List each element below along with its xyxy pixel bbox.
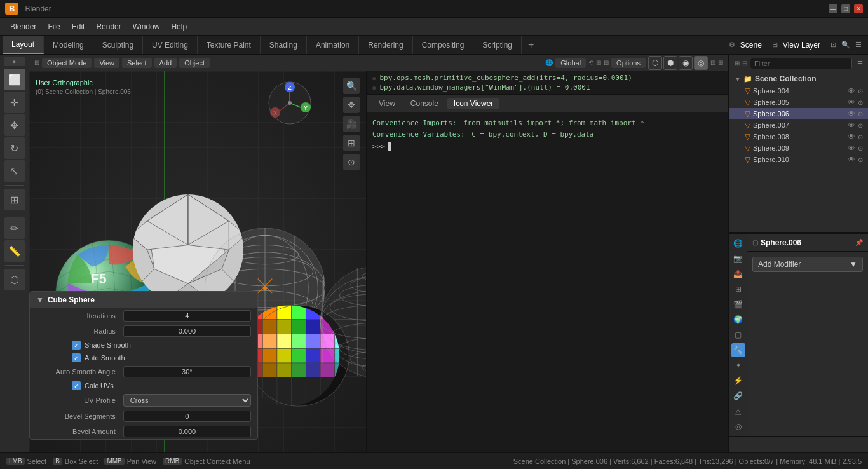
iterations-input[interactable] [123, 310, 251, 322]
add-menu-button[interactable]: Add [154, 58, 177, 68]
outliner-sphere-008[interactable]: ▽ Sphere.008 👁 ⊙ [729, 131, 868, 142]
bevel-amount-input[interactable] [123, 426, 251, 437]
scene-props-icon[interactable]: 🌐 [731, 236, 745, 250]
outliner-search[interactable] [750, 58, 852, 69]
world-props-icon[interactable]: 🌍 [731, 313, 745, 327]
calc-uvs-checkbox[interactable]: ✓ [72, 381, 81, 390]
close-button[interactable]: ✕ [854, 4, 863, 13]
scale-tool[interactable]: ⤡ [4, 160, 25, 182]
minimize-button[interactable]: — [829, 4, 837, 13]
render-icon[interactable]: ⊙ [858, 111, 863, 118]
add-cube-tool[interactable]: ⬡ [4, 269, 25, 290]
maximize-button[interactable]: □ [841, 4, 850, 13]
uv-profile-select[interactable]: Cross Cubic Spherical [123, 394, 251, 407]
select-menu-button[interactable]: Select [122, 58, 152, 68]
visibility-icon[interactable]: 👁 [848, 121, 855, 130]
render-icon[interactable]: ⊙ [858, 133, 863, 140]
menu-blender[interactable]: Blender [5, 20, 41, 33]
material-props-icon[interactable]: ◎ [731, 419, 745, 433]
radius-input[interactable] [123, 325, 251, 337]
tab-modeling[interactable]: Modeling [44, 36, 93, 54]
tab-shading[interactable]: Shading [261, 36, 307, 54]
add-workspace-button[interactable]: + [522, 36, 540, 54]
tab-sculpting[interactable]: Sculpting [93, 36, 143, 54]
object-menu-button[interactable]: Object [179, 58, 210, 68]
shade-smooth-checkbox[interactable]: ✓ [72, 341, 81, 350]
view-layer-props-icon[interactable]: ⊞ [731, 282, 745, 296]
physics-props-icon[interactable]: ⚡ [731, 374, 745, 388]
proportional-button[interactable]: ⊙ [343, 154, 360, 170]
annotate-tool[interactable]: ✏ [4, 217, 25, 239]
modifier-props-icon[interactable]: 🔧 [731, 343, 745, 357]
menu-render[interactable]: Render [91, 20, 126, 33]
menu-help[interactable]: Help [166, 20, 192, 33]
outliner-sphere-006[interactable]: ▽ Sphere.006 👁 ⊙ [729, 108, 868, 119]
scene-data-props-icon[interactable]: 🎬 [731, 297, 745, 311]
outliner-sphere-004[interactable]: ▽ Sphere.004 👁 ⊙ [729, 85, 868, 97]
scene-collection-item[interactable]: ▼ 📁 Scene Collection [729, 72, 868, 85]
cursor-tool[interactable]: ✛ [4, 92, 25, 113]
svg-rect-71 [262, 363, 277, 377]
visibility-icon[interactable]: 👁 [848, 86, 855, 95]
render-icon[interactable]: ⊙ [858, 145, 863, 152]
visibility-icon[interactable]: 👁 [848, 109, 855, 118]
props-pin-icon[interactable]: 📌 [855, 239, 863, 246]
object-props-icon[interactable]: ▢ [731, 328, 745, 342]
zoom-in-button[interactable]: 🔍 [343, 78, 360, 94]
object-data-props-icon[interactable]: △ [731, 404, 745, 418]
camera-button[interactable]: 🎥 [343, 116, 360, 132]
render-icon[interactable]: ⊙ [858, 88, 863, 95]
render-mode-btn[interactable]: ◎ [694, 56, 708, 70]
render-icon[interactable]: ⊙ [858, 122, 863, 129]
move-tool[interactable]: ✥ [4, 114, 25, 136]
select-tool[interactable]: ⬜ [4, 69, 25, 90]
tab-rendering[interactable]: Rendering [359, 36, 412, 54]
render-props-icon[interactable]: 📷 [731, 252, 745, 266]
tab-uv-editing[interactable]: UV Editing [143, 36, 198, 54]
visibility-icon[interactable]: 👁 [848, 144, 855, 153]
pan-button[interactable]: ✥ [343, 97, 360, 113]
tab-layout[interactable]: Layout [3, 36, 44, 54]
auto-smooth-angle-input[interactable] [123, 366, 251, 377]
outliner-sphere-007[interactable]: ▽ Sphere.007 👁 ⊙ [729, 119, 868, 131]
console-prompt[interactable]: >>> [372, 142, 723, 151]
outliner-sphere-005[interactable]: ▽ Sphere.005 👁 ⊙ [729, 97, 868, 108]
3d-viewport[interactable]: F5 G5 F5 G5 [29, 71, 366, 452]
material-mode-btn[interactable]: ◉ [679, 56, 693, 70]
navigation-gizmo[interactable]: Z Y X [268, 81, 312, 125]
cube-sphere-panel-header[interactable]: ▼ Cube Sphere [30, 292, 257, 308]
object-mode-button[interactable]: Object Mode [42, 58, 92, 68]
constraints-props-icon[interactable]: 🔗 [731, 389, 745, 403]
console-tab[interactable]: Console [404, 98, 445, 109]
view-tab[interactable]: View [372, 98, 402, 109]
global-pivot-button[interactable]: Global [555, 58, 586, 68]
wireframe-mode-btn[interactable]: ⬡ [648, 56, 662, 70]
options-button[interactable]: Options [611, 58, 646, 68]
bevel-segments-input[interactable] [123, 411, 251, 422]
icon-viewer-tab[interactable]: Icon Viewer [447, 98, 499, 109]
visibility-icon[interactable]: 👁 [848, 155, 855, 164]
auto-smooth-checkbox[interactable]: ✓ [72, 353, 81, 362]
outliner-sphere-009[interactable]: ▽ Sphere.009 👁 ⊙ [729, 142, 868, 154]
visibility-icon[interactable]: 👁 [848, 98, 855, 107]
output-props-icon[interactable]: 📤 [731, 267, 745, 281]
tab-compositing[interactable]: Compositing [413, 36, 474, 54]
outliner-sphere-010[interactable]: ▽ Sphere.010 👁 ⊙ [729, 154, 868, 165]
render-icon[interactable]: ⊙ [858, 99, 863, 106]
menu-edit[interactable]: Edit [67, 20, 90, 33]
render-icon[interactable]: ⊙ [858, 156, 863, 163]
particles-props-icon[interactable]: ✦ [731, 358, 745, 372]
menu-window[interactable]: Window [128, 20, 165, 33]
measure-tool[interactable]: 📏 [4, 240, 25, 262]
menu-file[interactable]: File [43, 20, 65, 33]
solid-mode-btn[interactable]: ⬢ [663, 56, 677, 70]
add-modifier-button[interactable]: Add Modifier ▼ [752, 257, 863, 272]
transform-tool[interactable]: ⊞ [4, 189, 25, 210]
view-menu-button[interactable]: View [94, 58, 119, 68]
visibility-icon[interactable]: 👁 [848, 132, 855, 141]
tab-scripting[interactable]: Scripting [473, 36, 522, 54]
grid-button[interactable]: ⊞ [343, 135, 360, 151]
tab-texture-paint[interactable]: Texture Paint [198, 36, 261, 54]
rotate-tool[interactable]: ↻ [4, 137, 25, 159]
tab-animation[interactable]: Animation [307, 36, 359, 54]
